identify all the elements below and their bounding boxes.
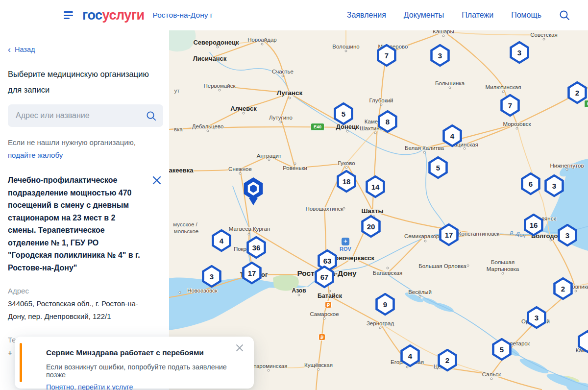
address-value: 344065, Ростовская обл., г. Ростов-на-До… [8, 297, 144, 323]
selected-location-pin[interactable] [242, 177, 265, 206]
org-search-field[interactable] [8, 104, 163, 127]
region-selector[interactable]: Ростов-на-Дону г [153, 11, 213, 20]
map-cluster-marker[interactable]: 4 [442, 124, 463, 147]
hint-text: Если не нашли нужную организацию, [8, 138, 136, 146]
toast-title: Сервис Минздрава работает с перебоями [46, 348, 234, 357]
sidebar: ‹Назад Выберите медицинскую организацию … [0, 30, 169, 390]
map-cluster-marker[interactable]: 2 [567, 81, 588, 104]
nav-help[interactable]: Помощь [511, 11, 541, 20]
header-nav: Заявления Документы Платежи Помощь [347, 10, 588, 21]
search-icon[interactable] [146, 111, 156, 121]
toast-body: Если возникнут ошибки, попробуйте подать… [46, 363, 234, 379]
map-cluster-marker[interactable]: 3 [544, 174, 565, 197]
map-cluster-marker[interactable]: 16 [523, 214, 544, 237]
map-cluster-marker[interactable]: 3 [201, 265, 222, 288]
chevron-left-icon: ‹ [8, 46, 11, 53]
nav-applications[interactable]: Заявления [347, 11, 386, 20]
map-cluster-marker[interactable]: 17 [242, 262, 263, 285]
map[interactable]: СеверодонецкЛисичанскНовоайдарВолошиноМи… [169, 30, 588, 390]
back-label: Назад [15, 46, 35, 53]
map-cluster-marker[interactable]: 9 [375, 293, 396, 316]
close-icon[interactable] [235, 343, 244, 352]
toast-action-link[interactable]: Понятно, перейти к услуге [46, 383, 133, 390]
gosuslugi-logo[interactable]: госуслуги [82, 8, 145, 23]
map-cluster-marker[interactable]: 5 [428, 156, 449, 179]
map-cluster-marker[interactable]: 18 [336, 170, 357, 193]
back-link[interactable]: ‹Назад [8, 46, 35, 53]
menu-icon[interactable] [64, 11, 73, 19]
org-search-input[interactable] [16, 111, 146, 120]
map-cluster-marker[interactable]: 4 [211, 229, 232, 252]
complaint-link[interactable]: подайте жалобу [8, 151, 63, 159]
map-cluster-marker[interactable]: 3 [509, 41, 530, 64]
map-cluster-marker[interactable]: 2 [553, 277, 574, 300]
toast-accent-bar [20, 343, 22, 382]
map-cluster-marker[interactable]: 3 [557, 224, 578, 247]
map-cluster-marker[interactable]: 67 [314, 266, 335, 289]
map-cluster-marker[interactable]: 7 [376, 44, 397, 67]
map-cluster-marker[interactable]: 7 [500, 94, 521, 117]
organization-name: Лечебно-профилактическое подразделение м… [8, 174, 141, 274]
map-cluster-marker[interactable]: 5 [333, 102, 354, 125]
nav-documents[interactable]: Документы [404, 11, 444, 20]
map-cluster-marker[interactable]: 3 [430, 44, 451, 67]
map-cluster-marker[interactable]: 20 [361, 215, 382, 238]
nav-payments[interactable]: Платежи [462, 11, 493, 20]
map-cluster-marker[interactable]: 3 [526, 306, 547, 329]
map-cluster-marker[interactable]: 14 [365, 175, 386, 198]
search-icon[interactable] [559, 10, 570, 21]
map-cluster-marker[interactable]: 2 [437, 349, 458, 372]
selected-organization-card: Лечебно-профилактическое подразделение м… [8, 174, 163, 359]
address-label: Адрес [8, 287, 144, 295]
map-terrain [169, 30, 588, 390]
toast-notification: Сервис Минздрава работает с перебоями Ес… [15, 337, 254, 389]
map-cluster-marker[interactable]: 8 [377, 110, 398, 133]
complaint-hint: Если не нашли нужную организацию, подайт… [8, 136, 155, 162]
map-cluster-marker[interactable] [577, 330, 588, 353]
map-cluster-marker[interactable]: 6 [520, 172, 541, 195]
page-title: Выберите медицинскую организацию для зап… [8, 66, 160, 98]
logo-text-red: услуги [102, 8, 145, 23]
map-cluster-marker[interactable]: 5 [491, 338, 513, 361]
header: госуслуги Ростов-на-Дону г Заявления Док… [0, 0, 588, 30]
map-cluster-marker[interactable]: 36 [246, 236, 267, 259]
map-cluster-marker[interactable]: 4 [400, 344, 421, 367]
map-cluster-marker[interactable]: 17 [439, 223, 460, 246]
close-icon[interactable] [151, 175, 162, 186]
logo-text-blue: гос [82, 8, 102, 23]
